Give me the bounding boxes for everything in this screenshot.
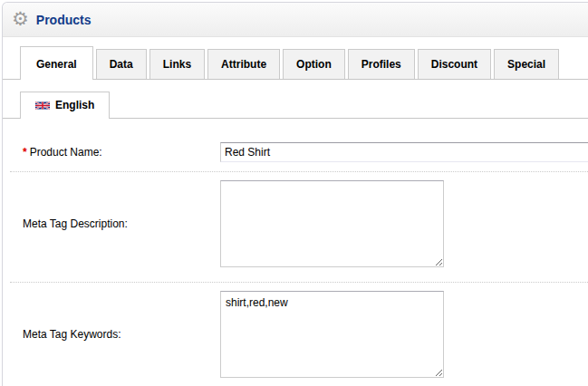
- tab-special[interactable]: Special: [494, 49, 559, 79]
- meta-description-textarea[interactable]: [220, 180, 444, 267]
- meta-keywords-row: Meta Tag Keywords: shirt,red,new: [12, 283, 588, 386]
- uk-flag-icon: [35, 101, 50, 111]
- tab-profiles[interactable]: Profiles: [348, 49, 415, 79]
- products-panel: ⚙ Products General Data Links Attribute …: [2, 2, 588, 386]
- meta-keywords-label: Meta Tag Keywords:: [12, 328, 220, 341]
- language-tab-bar: English: [3, 92, 588, 119]
- tab-option[interactable]: Option: [283, 49, 345, 79]
- tab-language-english[interactable]: English: [20, 92, 110, 119]
- general-tab-form: *Product Name: Meta Tag Description: Met…: [3, 119, 588, 386]
- gear-icon: ⚙: [12, 10, 29, 29]
- tab-general[interactable]: General: [20, 46, 93, 80]
- tab-discount[interactable]: Discount: [418, 49, 491, 79]
- product-name-row: *Product Name:: [12, 119, 588, 171]
- tab-data[interactable]: Data: [96, 49, 147, 79]
- page-title: Products: [36, 13, 92, 27]
- product-name-input[interactable]: [220, 142, 588, 162]
- tab-bar: General Data Links Attribute Option Prof…: [3, 44, 588, 80]
- meta-description-row: Meta Tag Description:: [12, 172, 588, 282]
- meta-keywords-textarea[interactable]: shirt,red,new: [220, 291, 444, 378]
- language-tab-label: English: [55, 99, 94, 111]
- product-name-label: *Product Name:: [12, 146, 220, 159]
- required-marker: *: [23, 146, 27, 159]
- tab-attribute[interactable]: Attribute: [207, 49, 280, 79]
- meta-description-label: Meta Tag Description:: [12, 217, 220, 230]
- panel-content: General Data Links Attribute Option Prof…: [3, 37, 588, 386]
- tab-links[interactable]: Links: [149, 49, 205, 79]
- panel-heading: ⚙ Products: [3, 3, 588, 37]
